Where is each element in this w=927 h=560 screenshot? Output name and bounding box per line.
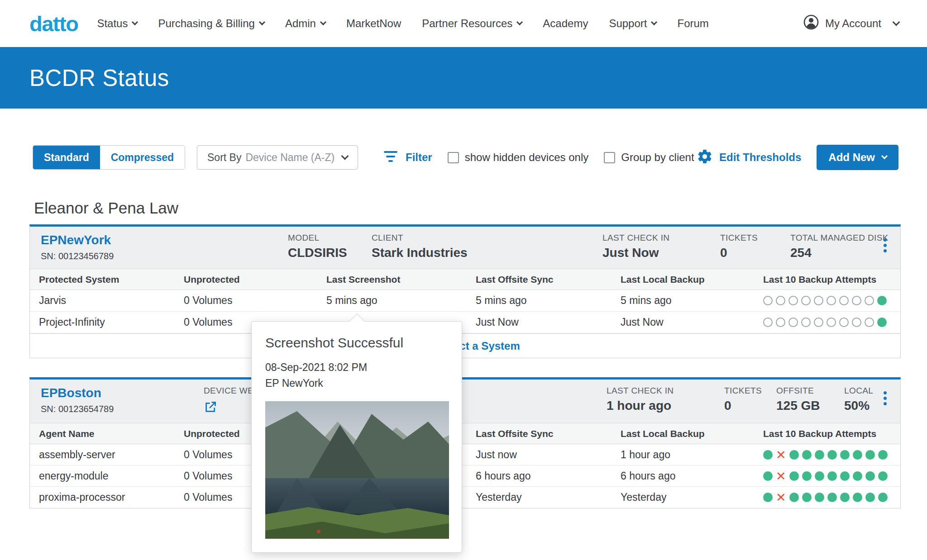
- backup-attempt-empty-dot: [763, 296, 773, 305]
- backup-attempt-success-dot: [815, 471, 824, 481]
- add-new-button[interactable]: Add New: [817, 145, 898, 170]
- my-account-menu[interactable]: My Account: [803, 14, 899, 33]
- my-account-label: My Account: [825, 17, 881, 30]
- meta-value: CLDSIRIS: [288, 246, 372, 260]
- meta-label: LAST CHECK IN: [602, 233, 720, 243]
- meta-label: CLIENT: [372, 233, 602, 243]
- backup-attempt-success-dot: [878, 493, 888, 502]
- last-local-backup-cell: 1 hour ago: [621, 449, 763, 461]
- nav-item-support[interactable]: Support: [609, 17, 656, 30]
- meta-last-check-in: LAST CHECK IN 1 hour ago: [607, 386, 724, 413]
- table-row: proxima-processor 0 Volumes Yesterday Ye…: [30, 487, 900, 508]
- agent-name: proxima-processor: [39, 491, 184, 503]
- backup-attempt-success-dot: [802, 450, 812, 460]
- backup-attempt-success-dot: [827, 471, 837, 481]
- nav-item-purchasing-billing[interactable]: Purchasing & Billing: [158, 17, 264, 30]
- agent-name: assembly-server: [39, 449, 184, 461]
- table-header-row: Agent Name Unprotected Last Screenshot L…: [30, 423, 900, 444]
- edit-thresholds-label: Edit Thresholds: [719, 151, 801, 164]
- table-row: Jarvis 0 Volumes 5 mins ago 5 mins ago 5…: [30, 290, 900, 312]
- backup-attempt-fail-dot: ✕: [776, 493, 786, 502]
- column-header: Last Offsite Sync: [476, 428, 621, 439]
- chevron-down-icon: [259, 19, 265, 25]
- last-screenshot-cell[interactable]: 5 mins ago: [326, 294, 476, 307]
- filter-button[interactable]: Filter: [383, 151, 432, 164]
- last-local-backup-cell: 6 hours ago: [621, 470, 763, 482]
- backup-attempts: ✕: [763, 471, 900, 481]
- popup-title: Screenshot Successful: [265, 335, 448, 351]
- nav-item-partner-resources[interactable]: Partner Resources: [422, 17, 522, 30]
- backup-attempt-empty-dot: [865, 318, 874, 327]
- view-compressed-button[interactable]: Compressed: [100, 146, 185, 169]
- datto-logo[interactable]: datto: [29, 11, 78, 36]
- main-nav: Status Purchasing & Billing Admin Market…: [97, 17, 708, 30]
- last-local-backup-cell: Just Now: [621, 316, 763, 328]
- last-offsite-sync-cell: Just now: [476, 449, 621, 461]
- meta-label: MODEL: [288, 233, 372, 243]
- column-header: Protected System: [39, 274, 184, 285]
- column-header: Last Offsite Sync: [476, 274, 621, 285]
- checkbox-label: Group by client: [621, 151, 694, 164]
- nav-item-marketnow[interactable]: MarketNow: [346, 17, 401, 30]
- backup-attempt-success-dot: [827, 450, 837, 460]
- backup-attempt-success-dot: [865, 450, 875, 460]
- backup-attempt-success-dot: [763, 450, 773, 460]
- nav-item-forum[interactable]: Forum: [677, 17, 708, 30]
- last-local-backup-cell: 5 mins ago: [621, 294, 763, 307]
- backup-attempt-empty-dot: [839, 318, 849, 327]
- nav-item-label: Support: [609, 17, 647, 30]
- backup-attempt-empty-dot: [801, 318, 811, 327]
- sort-dropdown[interactable]: Sort By Device Name (A-Z): [197, 145, 358, 170]
- meta-last-check-in: LAST CHECK IN Just Now: [602, 233, 720, 260]
- backup-attempt-success-dot: [789, 450, 799, 460]
- device-identity: EPBoston SN: 00123654789: [41, 386, 204, 414]
- protected-system-name: Project-Infinity: [39, 316, 184, 328]
- backup-attempt-success-dot: [878, 471, 888, 481]
- last-offsite-sync-cell: 6 hours ago: [476, 470, 621, 482]
- nav-item-academy[interactable]: Academy: [543, 17, 588, 30]
- backup-attempt-empty-dot: [788, 318, 798, 327]
- device-name-link[interactable]: EPNewYork: [41, 233, 111, 247]
- view-mode-toggle: Standard Compressed: [33, 145, 185, 170]
- column-header: Last Local Backup: [621, 428, 763, 439]
- group-by-client-checkbox[interactable]: [604, 152, 615, 163]
- group-by-client-option: Group by client: [604, 151, 694, 164]
- backup-attempt-empty-dot: [839, 296, 849, 305]
- chevron-down-icon: [132, 19, 138, 25]
- chevron-down-icon: [516, 19, 523, 25]
- nav-item-admin[interactable]: Admin: [285, 17, 325, 30]
- backup-attempt-empty-dot: [865, 296, 874, 305]
- backup-attempt-empty-dot: [776, 318, 785, 327]
- meta-label: OFFSITE: [776, 386, 844, 396]
- device-menu-kebab[interactable]: [882, 237, 889, 254]
- sort-value: Device Name (A-Z): [245, 152, 334, 164]
- meta-value: 1 hour ago: [607, 399, 724, 413]
- meta-label: LAST CHECK IN: [607, 386, 724, 396]
- view-standard-button[interactable]: Standard: [33, 146, 100, 169]
- edit-thresholds-button[interactable]: Edit Thresholds: [697, 148, 801, 166]
- backup-attempt-empty-dot: [788, 296, 798, 305]
- nav-item-status[interactable]: Status: [97, 17, 137, 30]
- meta-offsite: OFFSITE 125 GB: [776, 386, 844, 413]
- backup-attempt-success-dot: [802, 471, 812, 481]
- backup-attempt-success-dot: [853, 450, 862, 460]
- chevron-down-icon: [651, 19, 657, 25]
- chevron-down-icon: [893, 19, 900, 26]
- meta-value: 254: [790, 246, 889, 260]
- popup-timestamp: 08-Sep-2021 8:02 PM: [265, 361, 448, 374]
- show-hidden-devices-checkbox[interactable]: [448, 152, 459, 163]
- table-row: energy-module 0 Volumes 6 hours ago 6 ho…: [30, 465, 900, 487]
- column-header: Last Local Backup: [621, 274, 763, 285]
- backup-attempts: ✕: [763, 493, 900, 502]
- chevron-down-icon: [320, 19, 326, 25]
- device-menu-kebab[interactable]: [882, 389, 889, 407]
- device-name-link[interactable]: EPBoston: [41, 386, 101, 400]
- backup-attempt-success-dot: [877, 296, 887, 305]
- meta-tickets: TICKETS 0: [720, 233, 790, 260]
- meta-tickets: TICKETS 0: [724, 386, 776, 413]
- last-offsite-sync-cell: Just Now: [476, 316, 621, 328]
- backup-attempt-empty-dot: [763, 318, 773, 327]
- column-header: Last 10 Backup Attempts: [763, 274, 900, 285]
- popup-device-name: EP NewYork: [265, 377, 448, 389]
- device-serial-number: SN: 00123456789: [41, 251, 288, 261]
